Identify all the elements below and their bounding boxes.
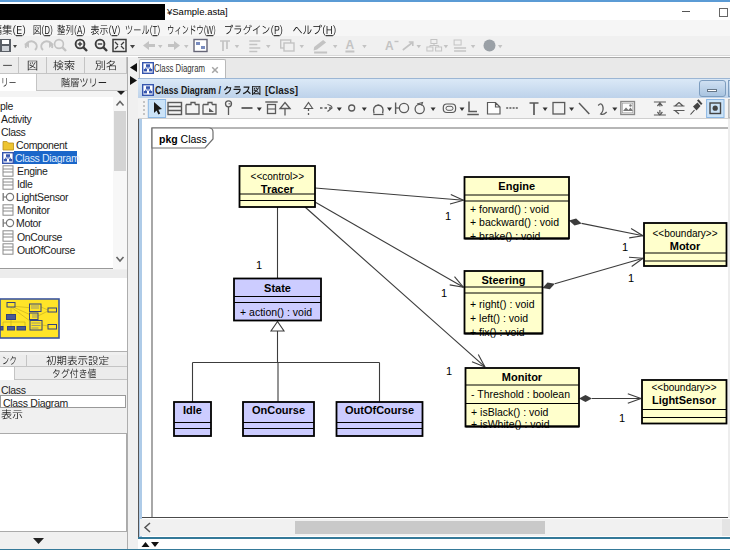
svg-text:+ isBlack() : void: + isBlack() : void <box>471 406 548 418</box>
svg-text:+ forward() : void: + forward() : void <box>470 203 549 215</box>
svg-text:<<boundary>>: <<boundary>> <box>651 382 716 393</box>
svg-text:1: 1 <box>441 287 447 299</box>
svg-text:Engine: Engine <box>498 180 535 192</box>
svg-text:+ left() : void: + left() : void <box>470 312 528 324</box>
svg-text:+ fix() : void: + fix() : void <box>470 326 525 338</box>
svg-text:1: 1 <box>628 272 634 284</box>
svg-text:1: 1 <box>622 241 628 253</box>
svg-text:Monitor: Monitor <box>502 371 543 383</box>
svg-text:pkg Class: pkg Class <box>159 133 207 145</box>
svg-text:State: State <box>264 282 291 294</box>
svg-text:Idle: Idle <box>183 404 202 416</box>
svg-text:1: 1 <box>619 412 625 424</box>
svg-text:+ right() : void: + right() : void <box>470 298 535 310</box>
svg-text:+ backward() : void: + backward() : void <box>470 216 559 228</box>
svg-text:1: 1 <box>445 210 451 222</box>
svg-text:Motor: Motor <box>670 240 701 252</box>
svg-text:+ action() : void: + action() : void <box>240 306 312 318</box>
svg-text:<<control>>: <<control>> <box>251 171 305 182</box>
svg-text:Tracer: Tracer <box>261 183 295 195</box>
svg-text:+ isWhite() : void: + isWhite() : void <box>471 418 550 430</box>
svg-text:Steering: Steering <box>481 274 525 286</box>
svg-text:- Threshold : boolean: - Threshold : boolean <box>471 388 570 400</box>
svg-text:LightSensor: LightSensor <box>652 394 717 406</box>
svg-text:OnCourse: OnCourse <box>252 404 305 416</box>
svg-text:+ brake() : void: + brake() : void <box>470 230 540 242</box>
svg-text:<<boundary>>: <<boundary>> <box>652 228 717 239</box>
svg-text:OutOfCourse: OutOfCourse <box>345 404 414 416</box>
svg-text:1: 1 <box>446 365 452 377</box>
svg-text:1: 1 <box>256 259 262 271</box>
